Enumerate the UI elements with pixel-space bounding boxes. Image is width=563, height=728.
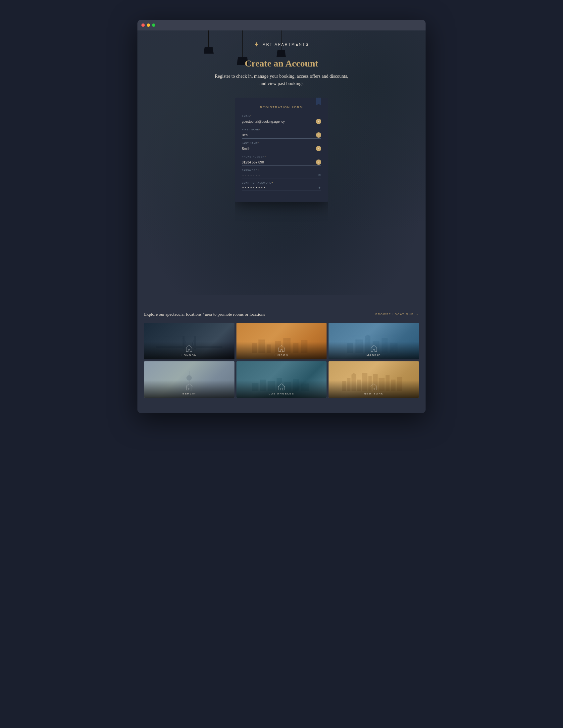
location-card-lisbon[interactable]: LISBON bbox=[236, 323, 327, 359]
lisbon-overlay: LISBON bbox=[236, 342, 327, 359]
madrid-name: MADRID bbox=[367, 354, 381, 357]
london-house-icon bbox=[185, 344, 193, 352]
browser-dot-green[interactable] bbox=[152, 23, 155, 27]
phone-check-icon: ✓ bbox=[316, 159, 321, 165]
lamp-left bbox=[204, 30, 213, 54]
locations-title: Explore our spectacular locations / area… bbox=[144, 312, 265, 317]
email-input[interactable] bbox=[242, 118, 313, 125]
arrow-right-icon: → bbox=[416, 313, 419, 316]
confirm-password-input-wrapper: ••••••••••••••• 👁 bbox=[242, 185, 321, 191]
logo-text: ART APARTMENTS bbox=[262, 42, 309, 46]
last-name-label: LAST NAME* bbox=[242, 142, 321, 144]
browse-locations-link[interactable]: BROWSE LOCATIONS → bbox=[376, 313, 419, 316]
london-name: LONDON bbox=[181, 354, 197, 357]
location-card-berlin[interactable]: BERLIN bbox=[144, 361, 234, 398]
berlin-overlay: BERLIN bbox=[144, 380, 234, 398]
form-fields-section: REGISTRATION FORM EMAIL* ✓ FIRST NAME* bbox=[235, 98, 328, 202]
hero-section: ✦ ART APARTMENTS Create an Account Regis… bbox=[137, 30, 426, 295]
first-name-field-group: FIRST NAME* ✓ bbox=[242, 128, 321, 139]
losangeles-overlay: LOS ANGELES bbox=[236, 380, 327, 398]
phone-field-group: PHONE NUMBER* ✓ bbox=[242, 156, 321, 166]
location-card-losangeles[interactable]: LOS ANGELES bbox=[236, 361, 327, 398]
locations-grid-bottom: BERLIN bbox=[144, 361, 419, 398]
confirm-password-label: CONFIRM PASSWORD* bbox=[242, 182, 321, 184]
svg-marker-22 bbox=[186, 384, 192, 390]
password-dots: •••••••••••• bbox=[242, 172, 321, 178]
logo-icon: ✦ bbox=[254, 40, 259, 48]
locations-header: Explore our spectacular locations / area… bbox=[144, 312, 419, 317]
password-input-wrapper: •••••••••••• 👁 bbox=[242, 172, 321, 178]
first-name-input[interactable] bbox=[242, 132, 313, 138]
email-input-wrapper: ✓ bbox=[242, 118, 321, 125]
confirm-password-field-group: CONFIRM PASSWORD* ••••••••••••••• 👁 bbox=[242, 182, 321, 191]
browser-dot-yellow[interactable] bbox=[147, 23, 150, 27]
svg-point-21 bbox=[186, 375, 192, 381]
phone-input-wrapper: ✓ bbox=[242, 159, 321, 166]
losangeles-name: LOS ANGELES bbox=[268, 392, 295, 395]
password-eye-icon[interactable]: 👁 bbox=[318, 173, 321, 177]
newyork-overlay: NEW YORK bbox=[329, 380, 419, 398]
phone-label: PHONE NUMBER* bbox=[242, 156, 321, 158]
locations-grid-top: LONDON bbox=[144, 323, 419, 359]
confirm-password-dots: ••••••••••••••• bbox=[242, 185, 321, 191]
location-card-newyork[interactable]: NEW YORK bbox=[329, 361, 419, 398]
berlin-house-icon bbox=[185, 383, 193, 391]
svg-marker-19 bbox=[371, 345, 377, 351]
svg-marker-15 bbox=[365, 335, 371, 336]
lisbon-name: LISBON bbox=[274, 354, 288, 357]
svg-marker-43 bbox=[371, 384, 377, 390]
madrid-house-icon bbox=[370, 344, 378, 352]
first-name-input-wrapper: ✓ bbox=[242, 132, 321, 139]
location-card-madrid[interactable]: MADRID bbox=[329, 323, 419, 359]
page-subtitle: Register to check in, manage your bookin… bbox=[212, 73, 351, 88]
madrid-overlay: MADRID bbox=[329, 342, 419, 359]
london-overlay: LONDON bbox=[144, 342, 234, 359]
location-card-london[interactable]: LONDON bbox=[144, 323, 234, 359]
lisbon-house-icon bbox=[277, 344, 286, 352]
losangeles-house-icon bbox=[277, 383, 286, 391]
form-bookmark bbox=[316, 98, 321, 106]
browse-locations-label: BROWSE LOCATIONS bbox=[376, 313, 414, 316]
email-label: EMAIL* bbox=[242, 115, 321, 117]
svg-marker-30 bbox=[278, 384, 285, 390]
first-name-label: FIRST NAME* bbox=[242, 128, 321, 131]
browser-window: ✦ ART APARTMENTS Create an Account Regis… bbox=[137, 20, 426, 413]
email-check-icon: ✓ bbox=[316, 119, 321, 124]
newyork-name: NEW YORK bbox=[364, 392, 384, 395]
svg-marker-11 bbox=[278, 345, 285, 351]
nav-bar: ✦ ART APARTMENTS bbox=[254, 40, 309, 48]
page-title: Create an Account bbox=[245, 58, 318, 69]
svg-marker-3 bbox=[186, 345, 192, 351]
phone-input[interactable] bbox=[242, 159, 313, 165]
browser-dot-red[interactable] bbox=[141, 23, 145, 27]
browser-bar bbox=[137, 20, 426, 30]
last-name-check-icon: ✓ bbox=[316, 146, 321, 151]
password-label: PASSWORD* bbox=[242, 169, 321, 171]
password-field-group: PASSWORD* •••••••••••• 👁 bbox=[242, 169, 321, 178]
locations-section: Explore our spectacular locations / area… bbox=[137, 295, 426, 413]
svg-marker-34 bbox=[352, 373, 356, 375]
email-field-group: EMAIL* ✓ bbox=[242, 115, 321, 125]
last-name-field-group: LAST NAME* ✓ bbox=[242, 142, 321, 152]
berlin-name: BERLIN bbox=[182, 392, 196, 395]
last-name-input[interactable] bbox=[242, 146, 313, 152]
last-name-input-wrapper: ✓ bbox=[242, 145, 321, 152]
confirm-password-eye-icon[interactable]: 👁 bbox=[318, 186, 321, 190]
newyork-house-icon bbox=[370, 383, 378, 391]
first-name-check-icon: ✓ bbox=[316, 132, 321, 138]
form-title: REGISTRATION FORM bbox=[242, 106, 321, 109]
